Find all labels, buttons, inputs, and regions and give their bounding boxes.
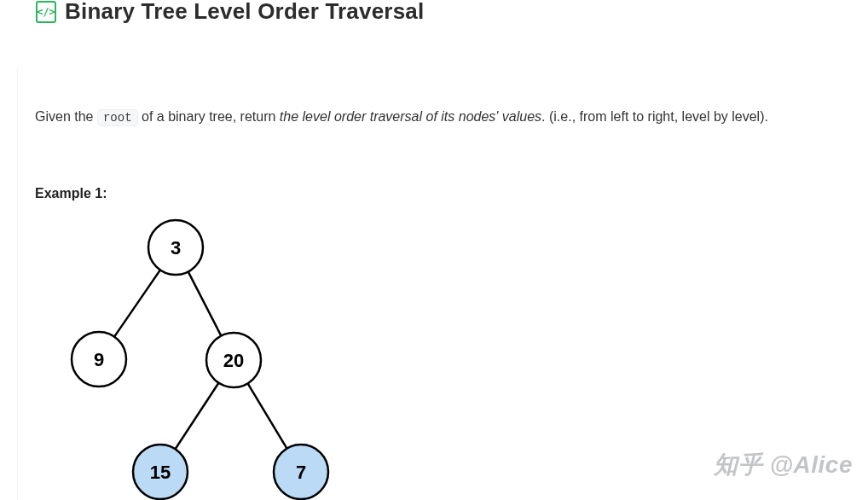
code-icon: </> bbox=[36, 1, 56, 23]
tree-node-label: 9 bbox=[94, 348, 104, 369]
tree-node-label: 3 bbox=[171, 236, 181, 258]
desc-code-root: root bbox=[97, 109, 138, 126]
code-icon-glyph: </> bbox=[37, 7, 55, 17]
tree-edge bbox=[188, 271, 222, 335]
desc-prefix: Given the bbox=[35, 109, 97, 124]
page-title: Binary Tree Level Order Traversal bbox=[65, 0, 424, 25]
problem-content: Given the root of a binary tree, return … bbox=[17, 69, 868, 500]
desc-suffix: . (i.e., from left to right, level by le… bbox=[541, 109, 768, 124]
example-tree-diagram: 3920157 bbox=[35, 212, 342, 500]
tree-edge bbox=[176, 383, 219, 449]
tree-edge bbox=[248, 383, 287, 448]
page-header: </> Binary Tree Level Order Traversal bbox=[0, 0, 868, 30]
tree-node-label: 20 bbox=[223, 349, 244, 370]
example-label: Example 1: bbox=[35, 186, 868, 201]
tree-node-label: 15 bbox=[150, 461, 171, 482]
tree-edge bbox=[114, 270, 160, 336]
tree-node-label: 7 bbox=[296, 461, 306, 482]
problem-description: Given the root of a binary tree, return … bbox=[35, 107, 868, 128]
desc-mid: of a binary tree, return bbox=[138, 109, 280, 124]
desc-italic: the level order traversal of its nodes' … bbox=[280, 109, 541, 124]
